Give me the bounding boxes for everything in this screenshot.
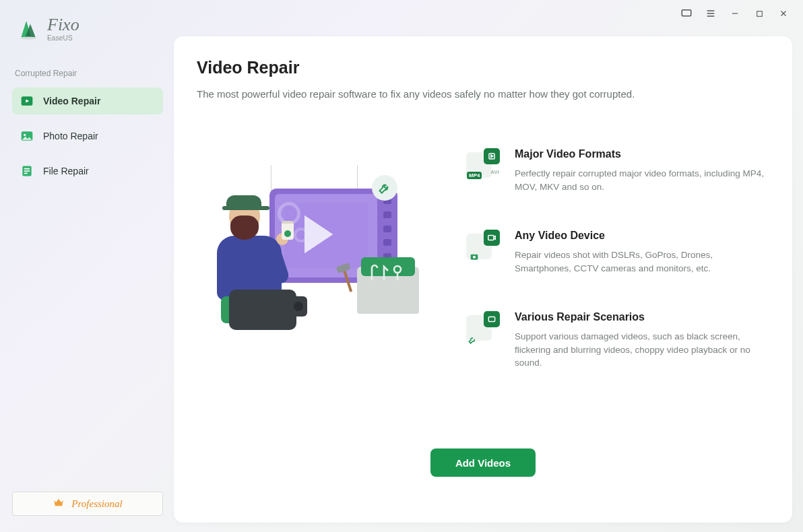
sidebar-item-video-repair[interactable]: Video Repair xyxy=(12,88,163,114)
document-icon xyxy=(20,164,34,178)
badge-avi: AVI xyxy=(490,169,499,175)
wrench-icon xyxy=(372,175,397,201)
professional-button[interactable]: Professional xyxy=(12,492,163,516)
feature-major-formats: MP4 AVI Major Video Formats Perfectly re… xyxy=(466,148,765,193)
svg-rect-9 xyxy=(24,173,28,174)
svg-point-10 xyxy=(394,266,401,273)
svg-point-14 xyxy=(473,256,476,259)
sidebar-item-label: Photo Repair xyxy=(43,131,98,141)
feature-desc: Support various damaged videos, such as … xyxy=(515,330,765,370)
sidebar-item-label: Video Repair xyxy=(43,96,100,106)
hero-illustration xyxy=(197,148,439,364)
formats-icon: MP4 AVI xyxy=(466,148,500,182)
app-title: Fixo xyxy=(47,16,79,34)
crown-icon xyxy=(53,496,65,511)
sidebar-section-label: Corrupted Repair xyxy=(12,69,163,78)
sidebar: Fixo EaseUS Corrupted Repair Video Repai… xyxy=(0,0,174,532)
sidebar-item-file-repair[interactable]: File Repair xyxy=(12,158,163,185)
professional-label: Professional xyxy=(71,498,122,510)
main-panel: Video Repair The most powerful video rep… xyxy=(174,36,792,523)
sidebar-nav: Video Repair Photo Repair File Repair xyxy=(12,88,163,185)
feature-scenarios: Various Repair Scenarios Support various… xyxy=(466,311,765,370)
svg-rect-1 xyxy=(757,11,762,16)
cta-row: Add Videos xyxy=(174,448,792,477)
minimize-icon[interactable] xyxy=(729,7,741,20)
feature-title: Any Video Device xyxy=(515,230,765,242)
content-row: MP4 AVI Major Video Formats Perfectly re… xyxy=(197,148,769,370)
feature-title: Various Repair Scenarios xyxy=(515,311,765,323)
feature-list: MP4 AVI Major Video Formats Perfectly re… xyxy=(466,148,769,370)
device-icon xyxy=(466,230,500,263)
feature-any-device: Any Video Device Repair videos shot with… xyxy=(466,230,765,275)
page-subtitle: The most powerful video repair software … xyxy=(197,88,769,100)
scenarios-icon xyxy=(466,311,500,345)
sidebar-item-label: File Repair xyxy=(43,166,89,176)
play-icon xyxy=(20,94,34,108)
feedback-icon[interactable] xyxy=(680,7,693,20)
app-subtitle: EaseUS xyxy=(47,35,79,42)
image-icon xyxy=(20,129,34,143)
svg-point-2 xyxy=(20,36,36,40)
fixo-logo-icon xyxy=(16,17,40,41)
feature-title: Major Video Formats xyxy=(515,148,765,160)
page-title: Video Repair xyxy=(197,58,769,77)
menu-icon[interactable] xyxy=(705,7,717,20)
app-logo: Fixo EaseUS xyxy=(12,13,163,42)
svg-point-5 xyxy=(24,134,26,136)
svg-rect-7 xyxy=(24,168,30,170)
svg-rect-0 xyxy=(682,10,691,16)
window-titlebar xyxy=(680,0,803,27)
svg-rect-8 xyxy=(24,170,30,172)
add-videos-button[interactable]: Add Videos xyxy=(430,448,536,477)
sidebar-item-photo-repair[interactable]: Photo Repair xyxy=(12,123,163,149)
close-icon[interactable] xyxy=(777,7,790,20)
feature-desc: Perfectly repair corrupted major video f… xyxy=(515,167,765,193)
badge-mp4: MP4 xyxy=(467,172,482,179)
feature-desc: Repair videos shot with DSLRs, GoPros, D… xyxy=(515,248,765,275)
svg-rect-12 xyxy=(488,236,494,240)
maximize-icon[interactable] xyxy=(753,7,765,20)
